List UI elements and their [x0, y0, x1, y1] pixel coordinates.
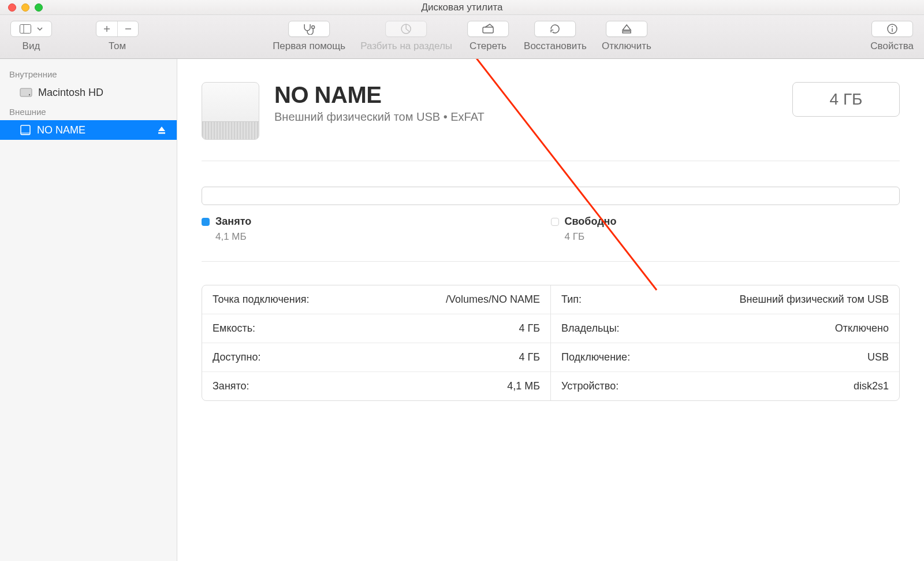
sidebar-section-external: Внешние — [0, 102, 177, 120]
erase-button[interactable] — [467, 21, 509, 37]
stethoscope-icon — [302, 23, 316, 35]
info-icon — [886, 23, 898, 35]
sidebar-item-no-name[interactable]: NO NAME — [0, 120, 177, 140]
used-label: Занято — [215, 216, 251, 228]
info-row: Подключение:USB — [551, 343, 899, 371]
svg-rect-0 — [20, 25, 31, 34]
erase-label: Стереть — [470, 40, 506, 52]
toolbar-volume-label: Том — [109, 40, 126, 52]
erase-icon — [482, 24, 494, 34]
info-button[interactable] — [871, 21, 913, 37]
partition-label: Разбить на разделы — [360, 40, 452, 52]
info-row: Доступно:4 ГБ — [202, 343, 550, 371]
unmount-button[interactable] — [606, 21, 647, 37]
sidebar-layout-icon — [20, 24, 31, 34]
plus-icon — [103, 25, 110, 32]
partition-button[interactable] — [386, 21, 427, 37]
pie-icon — [401, 23, 412, 35]
svg-rect-5 — [623, 31, 631, 33]
svg-rect-11 — [21, 132, 30, 135]
toolbar-volume-group: Том — [96, 21, 139, 52]
info-row: Емкость:4 ГБ — [202, 314, 550, 343]
svg-point-9 — [29, 94, 30, 95]
volume-remove-button[interactable] — [117, 21, 138, 36]
sidebar-item-macintosh-hd[interactable]: Macintosh HD — [0, 83, 177, 102]
first-aid-button[interactable] — [288, 21, 330, 37]
svg-point-2 — [312, 26, 315, 29]
free-swatch-icon — [551, 218, 559, 226]
svg-point-7 — [892, 26, 893, 27]
first-aid-label: Первая помощь — [273, 40, 345, 52]
legend-free: Свободно 4 ГБ — [551, 216, 900, 243]
info-col-right: Тип:Внешний физический том USB Владельцы… — [550, 285, 899, 400]
sidebar-item-label: NO NAME — [37, 124, 85, 136]
window-title: Дисковая утилита — [0, 2, 924, 13]
eject-button[interactable] — [157, 125, 166, 135]
volume-large-icon — [202, 82, 259, 140]
volume-name: NO NAME — [274, 82, 485, 108]
info-col-left: Точка подключения:/Volumes/NO NAME Емкос… — [202, 285, 550, 400]
restore-button[interactable] — [534, 21, 576, 37]
eject-icon — [157, 125, 166, 135]
info-row: Тип:Внешний физический том USB — [551, 285, 899, 314]
volume-add-remove — [96, 21, 139, 37]
chevron-down-icon — [37, 27, 43, 31]
info-table: Точка подключения:/Volumes/NO NAME Емкос… — [202, 285, 900, 401]
free-value: 4 ГБ — [565, 231, 900, 243]
restore-label: Восстановить — [524, 40, 587, 52]
sidebar-item-label: Macintosh HD — [38, 87, 103, 99]
volume-add-button[interactable] — [96, 21, 117, 36]
used-value: 4,1 МБ — [215, 231, 551, 243]
restore-icon — [549, 23, 561, 35]
sidebar: Внутренние Macintosh HD Внешние NO NAME — [0, 59, 177, 561]
internal-disk-icon — [20, 88, 32, 97]
view-mode-button[interactable] — [10, 21, 52, 37]
info-row: Точка подключения:/Volumes/NO NAME — [202, 285, 550, 314]
sidebar-section-internal: Внутренние — [0, 65, 177, 83]
free-label: Свободно — [565, 216, 617, 228]
svg-rect-4 — [483, 27, 493, 33]
minus-icon — [125, 25, 132, 32]
info-row: Устройство:disk2s1 — [551, 371, 899, 400]
toolbar-view-label: Вид — [23, 40, 40, 52]
main-panel: NO NAME Внешний физический том USB • ExF… — [177, 59, 924, 561]
usage-bar — [202, 187, 900, 205]
capacity-badge: 4 ГБ — [792, 82, 900, 117]
svg-rect-12 — [158, 132, 165, 134]
titlebar: Дисковая утилита — [0, 0, 924, 15]
info-row: Занято:4,1 МБ — [202, 371, 550, 400]
info-row: Владельцы:Отключено — [551, 314, 899, 343]
external-disk-icon — [20, 124, 31, 136]
toolbar: Вид Том Первая помощь Разбить на разделы — [0, 15, 924, 59]
unmount-label: Отключить — [602, 40, 651, 52]
info-label: Свойства — [870, 40, 914, 52]
volume-subtitle: Внешний физический том USB • ExFAT — [274, 110, 485, 124]
svg-rect-8 — [20, 88, 32, 96]
used-swatch-icon — [202, 218, 210, 226]
legend-used: Занято 4,1 МБ — [202, 216, 551, 243]
toolbar-view-group: Вид — [10, 21, 52, 52]
eject-toolbar-icon — [621, 24, 632, 34]
